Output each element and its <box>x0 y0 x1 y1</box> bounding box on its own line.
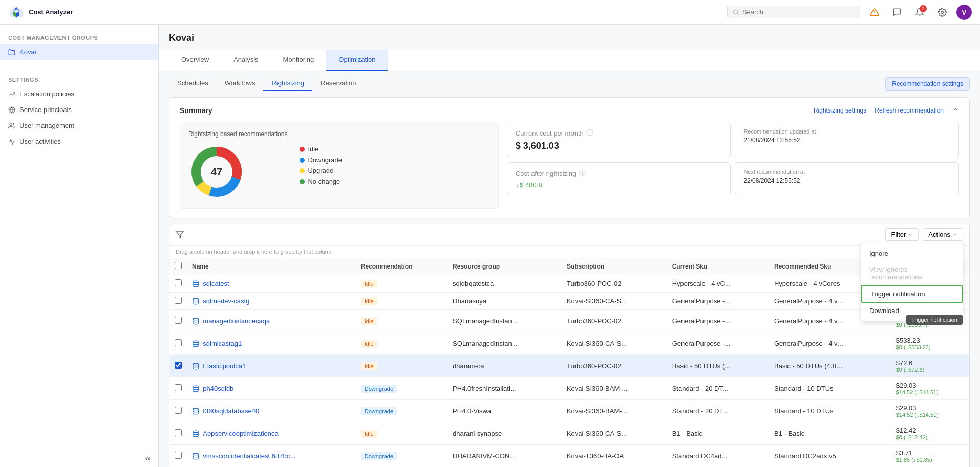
select-all-checkbox[interactable] <box>175 262 182 269</box>
collapse-sidebar-button[interactable] <box>0 451 158 467</box>
top-icons: 2 V <box>866 4 972 20</box>
row-recommended-sku: Standard - 10 DTUs <box>769 377 891 400</box>
row-current-cost: $12.42 $0 (↓$12.42) <box>891 422 969 445</box>
escalation-icon <box>8 91 15 98</box>
row-name-link[interactable]: Appserviceoptimizationca <box>203 430 278 437</box>
row-current-cost: $72.6 $0 (↓$72.6) <box>891 355 969 377</box>
sub-tab-schedules[interactable]: Schedules <box>169 76 217 91</box>
db-icon <box>192 340 199 347</box>
row-checkbox[interactable] <box>175 384 182 391</box>
row-checkbox[interactable] <box>175 339 182 346</box>
tab-optimization[interactable]: Optimization <box>326 50 388 71</box>
row-current-sku: GeneralPurpose -... <box>667 293 769 310</box>
row-name-link[interactable]: Elasticpoolca1 <box>203 362 246 370</box>
summary-collapse-icon[interactable] <box>952 106 959 115</box>
row-current-sku: Standard DC4ad... <box>667 445 769 468</box>
downgrade-dot <box>300 158 305 163</box>
filter-button[interactable]: Filter <box>885 228 919 241</box>
chat-button[interactable] <box>889 4 905 20</box>
row-name: managedinstancecaqa <box>187 310 356 332</box>
sub-tab-rightsizing[interactable]: Rightsizing <box>263 76 312 91</box>
sidebar-item-kovai[interactable]: Kovai <box>0 44 158 60</box>
rightsizing-settings-link[interactable]: Rightsizing settings <box>814 107 866 114</box>
col-current-sku: Current Sku <box>667 258 769 275</box>
row-checkbox-cell <box>169 400 187 422</box>
legend-item-upgrade: Upgrade <box>300 167 342 174</box>
sidebar-item-user-activities[interactable]: User activities <box>0 134 158 149</box>
sidebar: COST MANAGEMENT GROUPS Kovai SETTINGS Es… <box>0 25 159 467</box>
user-avatar[interactable]: V <box>956 5 972 20</box>
alert-button[interactable] <box>866 4 883 20</box>
table-row: sqlcatest Idle sqldbqatestca Turbo360-PO… <box>169 275 969 293</box>
row-name: sqlmicastag1 <box>187 332 356 355</box>
next-rec-card: Next recommendation at 22/08/2024 12:55:… <box>735 162 959 195</box>
downgrade-label: Downgrade <box>308 156 342 164</box>
tab-overview[interactable]: Overview <box>169 50 221 71</box>
search-box[interactable] <box>727 6 860 18</box>
next-rec-label: Next recommendation at <box>743 169 950 175</box>
app-logo: Cost Analyzer <box>8 4 73 20</box>
current-cost-info-icon[interactable]: ⓘ <box>587 128 593 138</box>
notification-button[interactable]: 2 <box>911 4 928 20</box>
row-current-sku: Basic - 50 DTUs (... <box>667 355 769 377</box>
recommendation-badge: Downgrade <box>361 452 397 460</box>
actions-button[interactable]: Actions <box>923 228 963 241</box>
row-resource-group: PH4.0-Viswa <box>448 400 562 422</box>
table-row: Appserviceoptimizationca Idle dharani-sy… <box>169 422 969 445</box>
sidebar-item-service-principals[interactable]: Service principals <box>0 102 158 118</box>
cost-after-info-icon[interactable]: ⓘ <box>579 169 586 178</box>
sidebar-item-user-management[interactable]: User management <box>0 118 158 134</box>
row-checkbox[interactable] <box>175 452 182 459</box>
row-name-link[interactable]: managedinstancecaqa <box>203 317 270 325</box>
sub-tab-workflows[interactable]: Workflows <box>217 76 264 91</box>
row-name: Elasticpoolca1 <box>187 355 356 377</box>
sub-tab-reservation[interactable]: Reservation <box>312 76 364 91</box>
sidebar-item-escalation[interactable]: Escalation policies <box>0 86 158 102</box>
row-checkbox[interactable] <box>175 362 182 369</box>
row-resource-group: SQLmanagedInstan... <box>448 310 562 332</box>
no-change-label: No change <box>308 177 340 185</box>
table-row: vmssconfidentialcatest 6d7bc... Downgrad… <box>169 445 969 468</box>
search-input[interactable] <box>742 8 855 16</box>
dropdown-item-view-ignored: View ignored recommendations <box>861 261 963 285</box>
table-toolbar: Filter Actions <box>169 224 969 246</box>
svg-marker-18 <box>176 232 183 238</box>
filter-chevron-icon <box>908 232 913 237</box>
row-recommendation: Downgrade <box>356 445 448 468</box>
current-cost-value: $ 3,601.03 <box>516 141 722 151</box>
svg-point-22 <box>193 341 199 343</box>
row-checkbox[interactable] <box>175 279 182 286</box>
settings-button[interactable] <box>934 4 950 20</box>
tab-analysis[interactable]: Analysis <box>221 50 270 71</box>
recommendation-settings-button[interactable]: Recommendation settings <box>885 77 970 91</box>
row-current-cost: $3.71 $1.85 (↓$1.85) <box>891 445 969 468</box>
row-checkbox[interactable] <box>175 407 182 414</box>
row-name-link[interactable]: vmssconfidentialcatest 6d7bc... <box>203 452 295 460</box>
row-checkbox[interactable] <box>175 297 182 304</box>
summary-body: Rightsizing based recommendations <box>180 122 959 209</box>
dropdown-item-ignore[interactable]: Ignore <box>861 246 963 261</box>
dropdown-item-trigger-notification[interactable]: Trigger notification <box>861 285 963 303</box>
table-row: sqlmi-dev-castg Idle Dhanasuya Kovai-SI3… <box>169 293 969 310</box>
row-name-link[interactable]: t360sqldatabase40 <box>203 407 259 415</box>
row-name: vmssconfidentialcatest 6d7bc... <box>187 445 356 468</box>
row-current-cost: $29.03 $14.52 (↓$14.51) <box>891 400 969 422</box>
row-subscription: Kovai-SI360-BAM-... <box>562 377 667 400</box>
row-name-link[interactable]: sqlmi-dev-castg <box>203 297 249 305</box>
row-current-sku: Standard - 20 DT... <box>667 400 769 422</box>
topbar: Cost Analyzer 2 <box>0 0 980 25</box>
legend-item-idle: Idle <box>300 145 342 153</box>
svg-point-21 <box>193 319 199 321</box>
row-checkbox[interactable] <box>175 429 182 436</box>
row-name-link[interactable]: sqlmicastag1 <box>203 340 242 347</box>
user-mgmt-label: User management <box>19 122 74 129</box>
refresh-recommendation-link[interactable]: Refresh recommendation <box>875 107 944 114</box>
db-icon <box>192 385 199 392</box>
row-cost-after: $14.52 (↓$14.51) <box>896 412 964 418</box>
tab-monitoring[interactable]: Monitoring <box>271 50 327 71</box>
data-table: Name Recommendation Resource group Subsc… <box>169 258 969 467</box>
row-name-link[interactable]: sqlcatest <box>203 280 229 287</box>
row-name-link[interactable]: ph40sqldb <box>203 385 233 392</box>
legend-item-no-change: No change <box>300 177 342 185</box>
row-checkbox[interactable] <box>175 317 182 324</box>
